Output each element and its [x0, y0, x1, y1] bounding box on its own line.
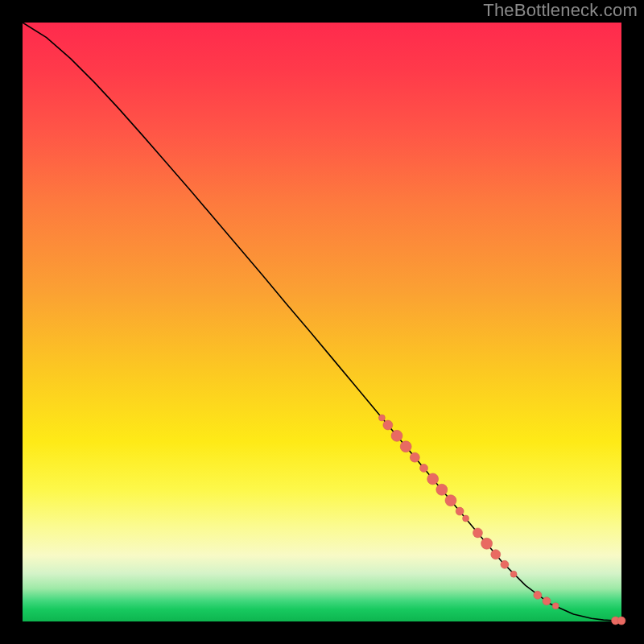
data-marker [419, 464, 427, 473]
watermark-text: TheBottleneck.com [483, 0, 638, 21]
data-marker [383, 420, 393, 430]
data-marker [456, 507, 464, 515]
curve-line [23, 23, 621, 621]
marker-group [378, 415, 625, 625]
data-marker [400, 441, 411, 452]
chart-svg [23, 23, 621, 621]
data-marker [378, 415, 385, 421]
data-marker [473, 528, 482, 538]
plot-area [23, 23, 621, 621]
data-marker [436, 484, 448, 495]
data-marker [391, 430, 402, 441]
data-marker [501, 560, 509, 568]
data-marker [481, 538, 493, 549]
data-marker [445, 495, 456, 506]
data-marker [510, 571, 517, 577]
data-marker [617, 617, 625, 625]
chart-stage: TheBottleneck.com [0, 0, 644, 644]
data-marker [427, 473, 439, 485]
data-marker [552, 603, 559, 609]
data-marker [491, 550, 501, 559]
data-marker [410, 452, 419, 462]
data-marker [463, 515, 469, 522]
data-marker [534, 591, 542, 599]
data-marker [543, 597, 551, 605]
